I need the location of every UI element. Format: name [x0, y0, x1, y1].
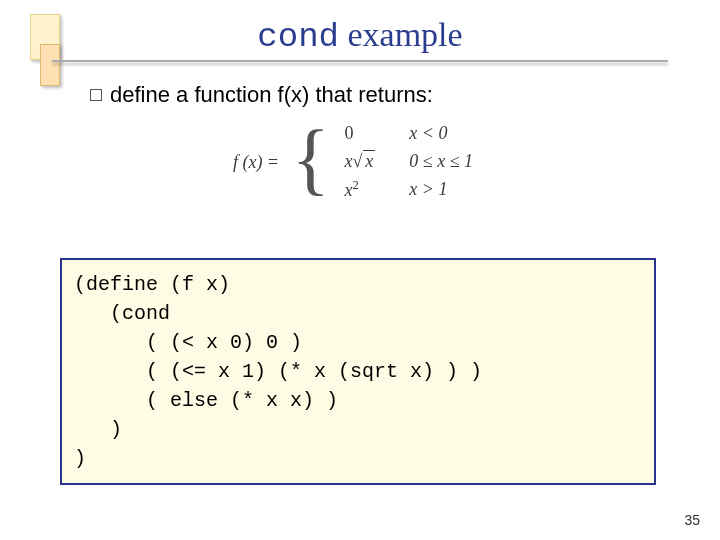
title-mono-part: cond [257, 18, 339, 56]
slide: cond example define a function f(x) that… [0, 0, 720, 540]
formula-lhs: f (x) = [233, 152, 279, 173]
case-row: x2 x > 1 [340, 175, 487, 204]
title-underline [52, 60, 668, 62]
page-number: 35 [684, 512, 700, 528]
case-value: x2 [340, 175, 389, 204]
case-row: x√x 0 ≤ x ≤ 1 [340, 147, 487, 175]
case-condition: x > 1 [389, 175, 487, 204]
case-row: 0 x < 0 [340, 120, 487, 147]
formula-block: f (x) = { 0 x < 0 x√x 0 ≤ x ≤ 1 x2 x > 1 [0, 120, 720, 204]
case-condition: x < 0 [389, 120, 487, 147]
slide-title: cond example [0, 16, 720, 56]
bullet-text: define a function f(x) that returns: [110, 82, 433, 107]
case-value: x√x [340, 147, 389, 175]
bullet-line: define a function f(x) that returns: [90, 82, 433, 108]
case-value: 0 [340, 120, 389, 147]
title-rest: example [339, 16, 463, 53]
case-condition: 0 ≤ x ≤ 1 [389, 147, 487, 175]
formula-cases: 0 x < 0 x√x 0 ≤ x ≤ 1 x2 x > 1 [340, 120, 487, 204]
code-box: (define (f x) (cond ( (< x 0) 0 ) ( (<= … [60, 258, 656, 485]
bullet-square-icon [90, 89, 102, 101]
formula-inner: f (x) = { 0 x < 0 x√x 0 ≤ x ≤ 1 x2 x > 1 [233, 120, 487, 204]
left-brace-icon: { [292, 118, 330, 198]
